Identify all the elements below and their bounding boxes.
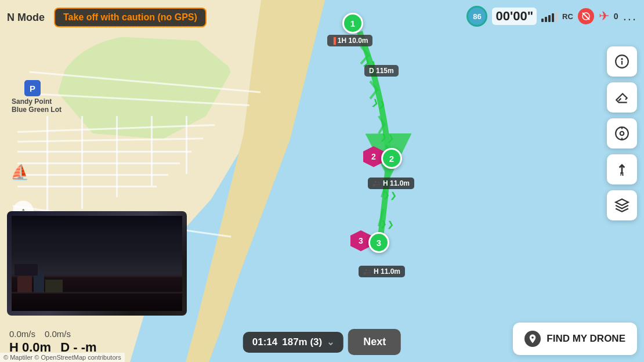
street (17, 151, 191, 153)
drone-count: 0 (614, 12, 618, 21)
street (17, 174, 168, 176)
street-v (81, 116, 83, 209)
telemetry-panel: 0.0m/s 0.0m/s H 0.0m D - -m (9, 329, 97, 355)
more-options-button[interactable]: ... (623, 9, 637, 24)
street-v (116, 116, 118, 197)
drone-warning-icon: ✈ (599, 9, 609, 24)
signal-strength (541, 10, 558, 22)
home-label: ▐ 1H 10.0m (327, 35, 372, 46)
info-button[interactable] (607, 46, 637, 77)
distance-115-label: D 115m (364, 65, 399, 77)
waypoint-3-green[interactable]: 3 (368, 232, 389, 253)
rc-label: RC (562, 12, 573, 21)
layers-button[interactable] (607, 190, 637, 220)
speed1-label: 0.0m/s (9, 329, 35, 339)
compass-marker: ⛵ (10, 164, 29, 182)
street-v (151, 116, 153, 186)
flight-timer: 00'00" (492, 8, 537, 25)
top-bar: N Mode Take off with caution (no GPS) 86… (0, 0, 644, 35)
wp3-height-label: 🎥 H 11.0m (359, 266, 405, 277)
mode-label: N Mode (7, 12, 45, 24)
street (17, 186, 157, 187)
map-container: ❯❯ ❯❯ ❯❯ ❯❯ ❯❯ P Sandy PointBlue Green L… (0, 0, 644, 362)
no-gps-icon (578, 8, 594, 24)
speed-row: 0.0m/s 0.0m/s (9, 329, 97, 339)
location-label: Sandy PointBlue Green Lot (12, 97, 61, 114)
parking-icon: P (24, 80, 41, 96)
speed2-label: 0.0m/s (45, 329, 71, 339)
map-attribution: © Maptiler © OpenStreetMap contributors (0, 353, 125, 362)
top-right-controls: 86 00'00" RC ✈ 0 (466, 6, 637, 27)
street (17, 162, 180, 164)
right-sidebar: N (607, 46, 637, 220)
waypoint-2-green[interactable]: 2 (381, 148, 402, 169)
compass-button[interactable] (607, 118, 637, 149)
eraser-button[interactable] (607, 82, 637, 113)
svg-point-10 (616, 127, 628, 140)
svg-text:N: N (620, 171, 624, 177)
camera-preview (7, 211, 187, 316)
street-v (186, 116, 187, 174)
wp2-height-label: 🎥 H 11.0m (368, 178, 414, 189)
north-button[interactable]: N (607, 154, 637, 184)
warning-badge: Take off with caution (no GPS) (54, 8, 207, 27)
svg-point-11 (620, 132, 624, 136)
street-v (46, 116, 48, 220)
camera-feed (7, 211, 187, 316)
battery-indicator: 86 (466, 6, 487, 27)
